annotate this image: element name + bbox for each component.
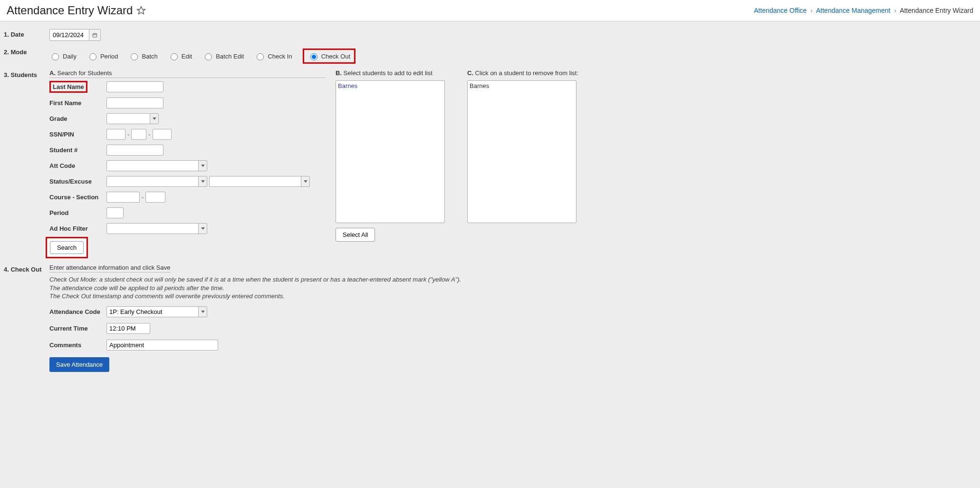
- edit-list-listbox[interactable]: Barnes: [467, 80, 576, 223]
- section-label-checkout: 4. Check Out: [2, 264, 49, 273]
- mode-check-in-label: Check In: [268, 53, 292, 60]
- mode-period-radio[interactable]: [89, 53, 96, 60]
- mode-check-out-radio[interactable]: [310, 53, 317, 60]
- students-b-heading: B. Select students to add to edit list: [336, 69, 457, 78]
- mode-check-in[interactable]: Check In: [254, 52, 292, 60]
- first-name-input[interactable]: [106, 98, 163, 108]
- students-b-text: Select students to add to edit list: [342, 69, 432, 77]
- students-b-prefix: B.: [336, 69, 342, 77]
- checkout-note-line3: The Check Out timestamp and comments wil…: [49, 292, 978, 301]
- course-input[interactable]: [106, 192, 140, 203]
- excuse-select[interactable]: [209, 176, 310, 187]
- ad-hoc-select[interactable]: [106, 223, 207, 234]
- student-no-input[interactable]: [106, 145, 163, 156]
- favorite-star-icon[interactable]: [136, 6, 146, 15]
- label-ad-hoc: Ad Hoc Filter: [49, 225, 106, 232]
- grade-select[interactable]: [106, 113, 159, 124]
- search-results-listbox[interactable]: Barnes: [336, 80, 445, 223]
- date-picker-button[interactable]: [89, 29, 100, 40]
- date-input[interactable]: [50, 29, 89, 40]
- dash-separator: -: [127, 131, 129, 138]
- students-c-text: Click on a student to remove from list:: [473, 69, 578, 77]
- excuse-select-value[interactable]: [210, 176, 301, 186]
- svg-marker-0: [137, 7, 145, 14]
- co-att-code-value[interactable]: [107, 307, 198, 317]
- mode-batch-radio[interactable]: [131, 53, 138, 60]
- chevron-down-icon[interactable]: [301, 176, 309, 186]
- svg-rect-1: [93, 33, 96, 37]
- mode-check-out[interactable]: Check Out: [308, 52, 350, 60]
- mode-daily-radio[interactable]: [52, 53, 59, 60]
- mode-daily-label: Daily: [63, 53, 77, 60]
- label-att-code: Att Code: [49, 162, 106, 169]
- chevron-down-icon[interactable]: [150, 114, 158, 124]
- mode-batch[interactable]: Batch: [128, 52, 157, 60]
- breadcrumb-attendance-office[interactable]: Attendance Office: [754, 7, 807, 14]
- students-c-heading: C. Click on a student to remove from lis…: [467, 69, 588, 78]
- label-last-name: Last Name: [49, 81, 87, 93]
- mode-batch-label: Batch: [142, 53, 157, 60]
- mode-edit[interactable]: Edit: [168, 52, 192, 60]
- header-bar: Attendance Entry Wizard Attendance Offic…: [0, 0, 980, 21]
- mode-batch-edit[interactable]: Batch Edit: [202, 52, 244, 60]
- att-code-select[interactable]: [106, 160, 207, 171]
- chevron-right-icon: ›: [894, 7, 896, 14]
- mode-check-out-highlight: Check Out: [303, 49, 355, 64]
- mode-daily[interactable]: Daily: [49, 52, 77, 60]
- ad-hoc-select-value[interactable]: [107, 224, 198, 234]
- chevron-down-icon[interactable]: [198, 161, 207, 171]
- co-att-code-select[interactable]: [106, 306, 207, 317]
- label-student-no: Student #: [49, 146, 106, 154]
- label-co-current-time: Current Time: [49, 325, 106, 332]
- search-button-highlight: Search: [46, 237, 88, 258]
- select-all-button[interactable]: Select All: [336, 228, 375, 242]
- chevron-down-icon[interactable]: [198, 224, 207, 234]
- chevron-down-icon[interactable]: [198, 176, 207, 186]
- mode-check-out-label: Check Out: [321, 53, 350, 60]
- search-button[interactable]: Search: [50, 241, 84, 254]
- mode-radio-group: Daily Period Batch Edit Batch Edit: [49, 47, 978, 64]
- save-attendance-button[interactable]: Save Attendance: [49, 357, 109, 372]
- breadcrumb-attendance-management[interactable]: Attendance Management: [816, 7, 890, 14]
- label-period: Period: [49, 209, 106, 216]
- label-course-section: Course - Section: [49, 194, 106, 201]
- label-ssn: SSN/PIN: [49, 131, 106, 138]
- checkout-note-line2: The attendance code will be applied to a…: [49, 284, 978, 293]
- checkout-note: Check Out Mode: a student check out will…: [49, 275, 978, 301]
- section-label-date: 1. Date: [2, 29, 49, 38]
- comments-input[interactable]: [106, 340, 218, 351]
- label-co-att-code: Attendance Code: [49, 308, 106, 315]
- label-first-name: First Name: [49, 99, 106, 107]
- page-title-text: Attendance Entry Wizard: [7, 4, 133, 17]
- label-grade: Grade: [49, 115, 106, 122]
- ssn-part2-input[interactable]: [131, 129, 146, 140]
- period-input[interactable]: [106, 207, 124, 218]
- date-field[interactable]: [49, 29, 101, 41]
- list-item[interactable]: Barnes: [470, 82, 574, 90]
- mode-check-in-radio[interactable]: [257, 53, 264, 60]
- ssn-part1-input[interactable]: [106, 129, 125, 140]
- mode-batch-edit-radio[interactable]: [205, 53, 212, 60]
- mode-edit-label: Edit: [182, 53, 192, 60]
- section-label-mode: 2. Mode: [2, 47, 49, 56]
- ssn-part3-input[interactable]: [153, 129, 172, 140]
- mode-period[interactable]: Period: [87, 52, 118, 60]
- section-input[interactable]: [145, 192, 165, 203]
- label-co-comments: Comments: [49, 342, 106, 349]
- att-code-select-value[interactable]: [107, 161, 198, 171]
- status-select-value[interactable]: [107, 176, 198, 186]
- students-a-heading: A. Search for Students: [49, 69, 325, 78]
- chevron-down-icon[interactable]: [198, 307, 207, 317]
- mode-batch-edit-label: Batch Edit: [216, 53, 244, 60]
- list-item[interactable]: Barnes: [338, 82, 442, 90]
- grade-select-value[interactable]: [107, 114, 150, 124]
- label-status-excuse: Status/Excuse: [49, 178, 106, 185]
- mode-edit-radio[interactable]: [171, 53, 178, 60]
- students-a-text: Search for Students: [56, 69, 112, 77]
- last-name-input[interactable]: [106, 81, 163, 92]
- students-c-prefix: C.: [467, 69, 473, 77]
- status-select[interactable]: [106, 176, 207, 187]
- current-time-input[interactable]: [106, 323, 150, 334]
- breadcrumb-current: Attendance Entry Wizard: [900, 7, 973, 14]
- checkout-hint: Enter attendance information and click S…: [49, 264, 170, 273]
